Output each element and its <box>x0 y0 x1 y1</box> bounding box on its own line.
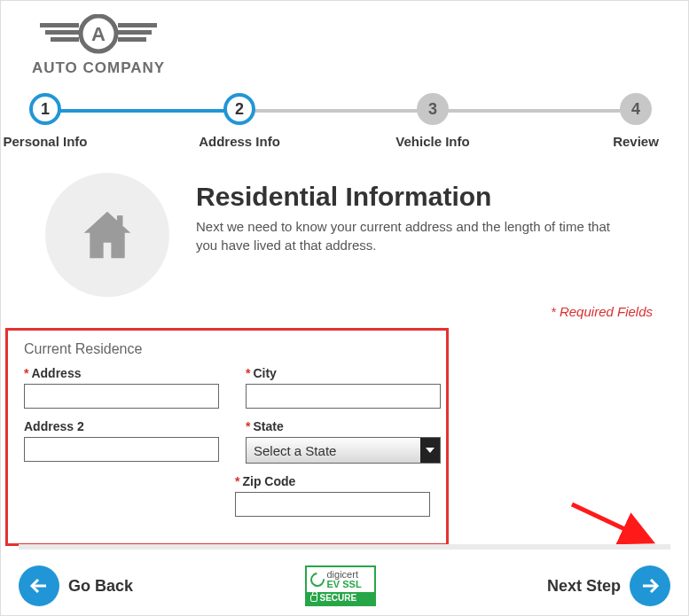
logo-text: AUTO COMPANY <box>27 60 169 75</box>
svg-line-11 <box>572 504 647 540</box>
logo-wings-icon: A <box>36 14 161 58</box>
step-number: 3 <box>417 93 449 125</box>
page-title: Residential Information <box>196 182 622 212</box>
page-subtitle: Next we need to know your current addres… <box>196 217 622 254</box>
svg-rect-0 <box>40 23 79 27</box>
current-residence-box: Current Residence *Address *City Address… <box>5 328 449 546</box>
house-icon <box>76 204 138 266</box>
step-review[interactable]: 4 Review <box>569 93 689 149</box>
svg-rect-2 <box>51 37 79 42</box>
svg-rect-5 <box>118 37 146 42</box>
step-number: 1 <box>29 93 61 125</box>
city-label: *City <box>246 366 441 380</box>
zip-input[interactable] <box>235 492 430 517</box>
chevron-down-icon <box>420 438 440 463</box>
arrow-left-icon <box>19 565 59 606</box>
step-personal-info[interactable]: 1 Personal Info <box>0 93 112 149</box>
zip-label: *Zip Code <box>235 474 430 488</box>
step-vehicle-info[interactable]: 3 Vehicle Info <box>366 93 499 149</box>
step-label: Address Info <box>173 134 306 149</box>
section-title: Current Residence <box>24 341 430 357</box>
address-label: *Address <box>24 366 219 380</box>
svg-text:A: A <box>91 23 106 45</box>
step-number: 4 <box>620 93 652 125</box>
state-label: *State <box>246 419 441 433</box>
address-input[interactable] <box>24 384 219 409</box>
step-number: 2 <box>223 93 255 125</box>
svg-rect-9 <box>117 215 123 225</box>
step-label: Review <box>569 134 689 149</box>
stepper: 1 Personal Info 2 Address Info 3 Vehicle… <box>23 93 666 155</box>
refresh-icon <box>307 570 327 590</box>
arrow-right-icon <box>630 565 670 606</box>
svg-rect-3 <box>118 23 157 27</box>
state-selected-text: Select a State <box>247 443 420 458</box>
city-input[interactable] <box>246 384 441 409</box>
svg-rect-4 <box>118 30 152 35</box>
svg-marker-8 <box>84 212 131 259</box>
lock-icon <box>310 595 317 602</box>
go-back-button[interactable]: Go Back <box>19 565 133 606</box>
step-address-info[interactable]: 2 Address Info <box>173 93 306 149</box>
state-select[interactable]: Select a State <box>246 437 441 464</box>
next-step-label: Next Step <box>547 577 621 596</box>
svg-rect-1 <box>45 30 79 35</box>
go-back-label: Go Back <box>68 577 133 596</box>
address2-label: Address 2 <box>24 419 219 433</box>
step-label: Personal Info <box>0 134 112 149</box>
step-label: Vehicle Info <box>366 134 499 149</box>
house-icon-circle <box>45 173 169 297</box>
next-step-button[interactable]: Next Step <box>547 565 670 606</box>
logo: A AUTO COMPANY <box>27 14 169 75</box>
ssl-badge: digicert EV SSL SECURE <box>305 565 376 606</box>
address2-input[interactable] <box>24 437 219 462</box>
required-fields-note: * Required Fields <box>19 304 653 319</box>
